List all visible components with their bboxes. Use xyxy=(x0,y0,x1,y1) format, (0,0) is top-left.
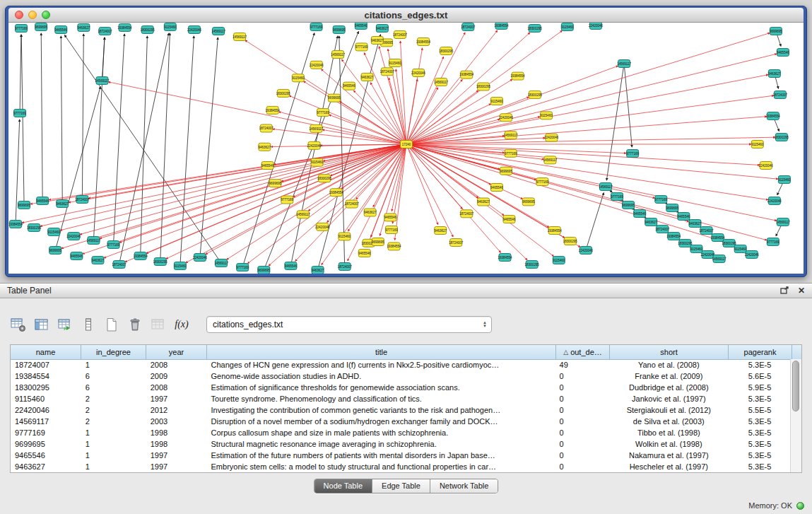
table-cell[interactable]: 1998 xyxy=(146,438,207,450)
table-cell[interactable]: Estimation of the future numbers of pati… xyxy=(207,450,555,461)
table-row[interactable]: 946554611997Estimation of the future num… xyxy=(11,450,791,461)
table-row[interactable]: 2242004622012Investigating the contribut… xyxy=(11,404,791,416)
add-rows-icon[interactable] xyxy=(55,315,75,334)
column-header-name[interactable]: name xyxy=(11,345,81,359)
table-cell[interactable]: 9115460 xyxy=(11,393,81,404)
scrollbar-thumb[interactable] xyxy=(792,361,799,411)
table-cell[interactable]: 1 xyxy=(81,359,146,370)
table-cell[interactable]: 0 xyxy=(555,404,609,416)
function-builder-icon[interactable]: f(x) xyxy=(172,315,192,334)
table-cell[interactable]: 0 xyxy=(555,370,609,382)
table-cell[interactable]: 6 xyxy=(81,382,146,393)
table-cell[interactable]: Investigating the contribution of common… xyxy=(207,404,555,416)
table-cell[interactable]: 1997 xyxy=(146,461,207,472)
table-cell[interactable]: 5.3E-5 xyxy=(727,427,791,438)
table-options-icon[interactable] xyxy=(8,315,28,334)
table-cell[interactable]: Jankovic et al. (1997) xyxy=(608,393,727,404)
table-cell[interactable]: 5.3E-5 xyxy=(727,461,791,472)
table-cell[interactable]: 2 xyxy=(81,404,146,416)
table-cell[interactable]: Estimation of significance thresholds fo… xyxy=(207,382,555,393)
table-cell[interactable]: 0 xyxy=(555,393,609,404)
table-row[interactable]: 977716911998Corpus callosum shape and si… xyxy=(11,427,791,438)
table-vertical-scrollbar[interactable] xyxy=(790,359,801,472)
table-cell[interactable]: 22420046 xyxy=(11,404,81,416)
table-cell[interactable]: Embryonic stem cells: a model to study s… xyxy=(207,461,555,472)
table-cell[interactable]: Tourette syndrome. Phenomenology and cla… xyxy=(207,393,555,404)
table-cell[interactable]: 5.3E-5 xyxy=(727,359,791,370)
table-cell[interactable]: 9465546 xyxy=(11,450,81,461)
column-header-pagerank[interactable]: pagerank xyxy=(729,345,792,359)
table-cell[interactable]: 2009 xyxy=(146,370,207,382)
table-row[interactable]: 969969511998Structural magnetic resonanc… xyxy=(11,438,791,450)
table-cell[interactable]: 2 xyxy=(81,393,146,404)
float-panel-icon[interactable] xyxy=(780,286,789,296)
network-canvas[interactable]: 1724019384554183002959115460224200461456… xyxy=(8,23,804,274)
table-row[interactable]: 1830029562008Estimation of significance … xyxy=(11,382,791,393)
table-cell[interactable]: 2003 xyxy=(146,416,207,427)
import-table-icon[interactable] xyxy=(148,315,168,334)
select-columns-icon[interactable] xyxy=(32,315,52,334)
table-cell[interactable]: 0 xyxy=(555,438,609,450)
table-cell[interactable]: 14569117 xyxy=(11,416,81,427)
table-cell[interactable]: 1997 xyxy=(146,450,207,461)
table-cell[interactable]: 0 xyxy=(555,382,609,393)
table-cell[interactable]: 5.5E-5 xyxy=(727,404,791,416)
table-cell[interactable]: 1997 xyxy=(146,393,207,404)
table-cell[interactable]: Hescheler et al. (1997) xyxy=(608,461,727,472)
table-cell[interactable]: Changes of HCN gene expression and I(f) … xyxy=(207,359,555,370)
table-selector-combobox[interactable]: citations_edges.txt ▲▼ xyxy=(206,316,492,333)
table-cell[interactable]: 0 xyxy=(555,461,609,472)
table-cell[interactable]: 1 xyxy=(81,438,146,450)
table-cell[interactable]: 9777169 xyxy=(11,427,81,438)
table-cell[interactable]: 0 xyxy=(555,450,609,461)
table-cell[interactable]: 2008 xyxy=(146,359,207,370)
table-cell[interactable]: Franke et al. (2009) xyxy=(608,370,727,382)
column-header-year[interactable]: year xyxy=(146,345,207,359)
table-cell[interactable]: 1 xyxy=(81,461,146,472)
close-panel-icon[interactable]: ✕ xyxy=(798,286,805,295)
table-cell[interactable]: Genome-wide association studies in ADHD. xyxy=(207,370,555,382)
table-cell[interactable]: 49 xyxy=(555,359,609,370)
table-cell[interactable]: 9463627 xyxy=(11,461,81,472)
window-titlebar[interactable]: citations_edges.txt xyxy=(8,8,804,23)
table-cell[interactable]: 6 xyxy=(81,370,146,382)
table-cell[interactable]: Disruption of a novel member of a sodium… xyxy=(207,416,555,427)
table-cell[interactable]: de Silva et al. (2003) xyxy=(608,416,727,427)
table-cell[interactable]: Wolkin et al. (1998) xyxy=(608,438,727,450)
table-row[interactable]: 946362711997Embryonic stem cells: a mode… xyxy=(11,461,791,472)
table-cell[interactable]: 0 xyxy=(555,427,609,438)
table-cell[interactable]: Dudbridge et al. (2008) xyxy=(608,382,727,393)
single-column-icon[interactable] xyxy=(78,315,98,334)
column-header-short[interactable]: short xyxy=(610,345,729,359)
column-header-in_degree[interactable]: in_degree xyxy=(81,345,146,359)
table-cell[interactable]: 1 xyxy=(81,427,146,438)
table-cell[interactable]: 18724007 xyxy=(11,359,81,370)
table-cell[interactable]: 5.3E-5 xyxy=(727,393,791,404)
table-cell[interactable]: 5.3E-5 xyxy=(727,450,791,461)
table-cell[interactable]: 2012 xyxy=(146,404,207,416)
table-cell[interactable]: 5.3E-5 xyxy=(727,438,791,450)
table-cell[interactable]: 19384554 xyxy=(11,370,81,382)
table-cell[interactable]: 5.9E-5 xyxy=(727,382,791,393)
table-cell[interactable]: 2 xyxy=(81,416,146,427)
table-cell[interactable]: 0 xyxy=(555,416,609,427)
table-cell[interactable]: 18300295 xyxy=(11,382,81,393)
table-cell[interactable]: 5.6E-5 xyxy=(727,370,791,382)
table-cell[interactable]: Nakamura et al. (1997) xyxy=(608,450,727,461)
column-header-title[interactable]: title xyxy=(207,345,556,359)
table-cell[interactable]: Corpus callosum shape and size in male p… xyxy=(207,427,555,438)
table-cell[interactable]: 1 xyxy=(81,450,146,461)
table-cell[interactable]: Structural magnetic resonance image aver… xyxy=(207,438,555,450)
tab-edge-table[interactable]: Edge Table xyxy=(372,479,430,493)
table-cell[interactable]: 1998 xyxy=(146,427,207,438)
table-row[interactable]: 911546021997Tourette syndrome. Phenomeno… xyxy=(11,393,791,404)
new-table-icon[interactable] xyxy=(102,315,122,334)
table-row[interactable]: 1456911722003Disruption of a novel membe… xyxy=(11,416,791,427)
table-cell[interactable]: Yano et al. (2008) xyxy=(608,359,727,370)
memory-status-indicator[interactable] xyxy=(796,502,804,510)
tab-network-table[interactable]: Network Table xyxy=(430,479,498,493)
tab-node-table[interactable]: Node Table xyxy=(314,479,372,493)
table-row[interactable]: 1872400712008Changes of HCN gene express… xyxy=(11,359,791,370)
table-cell[interactable]: Stergiakouli et al. (2012) xyxy=(608,404,727,416)
table-cell[interactable]: Tibbo et al. (1998) xyxy=(608,427,727,438)
